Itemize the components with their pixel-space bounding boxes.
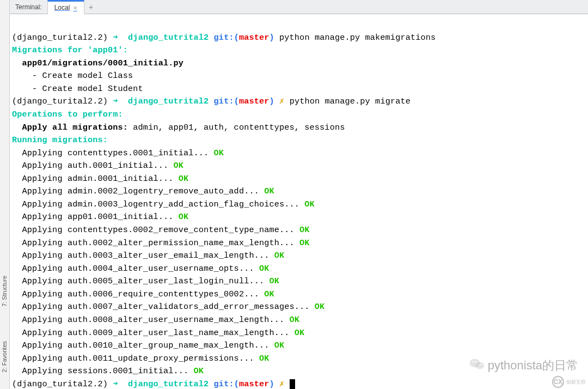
running-migrations-header: Running migrations: <box>12 135 108 145</box>
prompt-arrow-icon: ➜ <box>113 33 118 42</box>
venv-label: (django_turital2.2) <box>12 379 108 389</box>
svg-point-1 <box>475 362 484 369</box>
applying-line: Applying admin.0001_initial... <box>12 174 179 184</box>
side-toolbar: 7: Structure 2: Favorites <box>0 0 10 389</box>
applying-line: Applying auth.0008_alter_user_username_m… <box>12 315 290 325</box>
applying-line: Applying auth.0005_alter_user_last_login… <box>12 276 269 286</box>
favorites-tool-tab[interactable]: 2: Favorites <box>1 338 8 375</box>
ok-status: OK <box>264 186 274 196</box>
migration-action: - Create model Class <box>12 71 133 81</box>
operations-header: Operations to perform: <box>12 110 123 119</box>
applying-line: Applying auth.0003_alter_user_email_max_… <box>12 251 274 260</box>
terminal-tabbar-title: Terminal: <box>10 3 47 11</box>
prompt-lparen: ( <box>234 96 239 106</box>
prompt-rparen: ) <box>270 379 274 389</box>
prompt-dir: django_tutrital2 <box>128 379 209 389</box>
watermark-text: pythonista的日常 <box>488 357 578 374</box>
structure-tool-label: 7: Structure <box>1 276 8 307</box>
terminal-tabbar: Terminal: Local × + <box>10 0 588 14</box>
dirty-icon: ✗ <box>279 96 284 106</box>
ok-status: OK <box>214 148 224 158</box>
close-icon[interactable]: × <box>73 4 77 12</box>
migrations-header: Migrations for 'app01': <box>12 45 128 55</box>
favorites-tool-label: 2: Favorites <box>1 341 8 372</box>
ok-status: OK <box>259 264 270 273</box>
prompt-arrow-icon: ➜ <box>113 379 118 389</box>
svg-point-4 <box>478 364 479 366</box>
venv-label: (django_turital2.2) <box>12 96 108 106</box>
prompt-branch: master <box>239 379 270 389</box>
ok-status: OK <box>179 174 189 184</box>
ok-status: OK <box>304 199 315 209</box>
command-text: python manage.py migrate <box>290 96 411 106</box>
applying-line: Applying auth.0011_update_proxy_permissi… <box>12 354 259 363</box>
structure-tool-tab[interactable]: 7: Structure <box>1 272 8 310</box>
apply-all-rest: admin, app01, auth, contenttypes, sessio… <box>128 123 345 132</box>
terminal-tab-label: Local <box>54 4 70 11</box>
applying-line: Applying auth.0009_alter_user_last_name_… <box>12 328 295 338</box>
applying-line: Applying admin.0002_logentry_remove_auto… <box>12 186 264 196</box>
applying-line: Applying auth.0002_alter_permission_name… <box>12 238 299 248</box>
command-text: python manage.py makemigrations <box>279 33 436 42</box>
prompt-git: git: <box>214 379 234 389</box>
apply-all-label: Apply all migrations: <box>12 123 128 132</box>
ok-status: OK <box>194 366 204 376</box>
ok-status: OK <box>315 302 325 312</box>
ok-status: OK <box>299 238 310 248</box>
ok-status: OK <box>269 276 279 286</box>
applying-line: Applying auth.0007_alter_validators_add_… <box>12 302 315 312</box>
applying-line: Applying auth.0010_alter_group_name_max_… <box>12 341 274 350</box>
corner-logo-text: 创新互联 <box>566 379 586 386</box>
migration-file: app01/migrations/0001_initial.py <box>12 58 183 68</box>
prompt-branch: master <box>239 96 270 106</box>
applying-line: Applying sessions.0001_initial... <box>12 366 194 376</box>
terminal-cursor <box>290 379 295 389</box>
applying-line: Applying admin.0003_logentry_add_action_… <box>12 199 304 209</box>
prompt-rparen: ) <box>270 33 274 42</box>
svg-point-5 <box>480 364 481 366</box>
ok-status: OK <box>274 251 285 260</box>
applying-line: Applying contenttypes.0001_initial... <box>12 148 214 158</box>
prompt-lparen: ( <box>234 379 239 389</box>
dirty-icon: ✗ <box>279 379 284 389</box>
corner-logo: CX 创新互联 <box>552 376 586 388</box>
prompt-lparen: ( <box>234 33 239 42</box>
prompt-git: git: <box>214 33 234 42</box>
prompt-dir: django_tutrital2 <box>128 96 209 106</box>
terminal-tab-local[interactable]: Local × <box>47 0 84 14</box>
ok-status: OK <box>274 341 285 350</box>
add-tab-button[interactable]: + <box>84 3 97 11</box>
prompt-branch: master <box>239 33 270 42</box>
ok-status: OK <box>179 212 189 222</box>
applying-line: Applying auth.0006_require_contenttypes_… <box>12 289 264 299</box>
ok-status: OK <box>173 161 183 171</box>
ok-status: OK <box>290 315 300 325</box>
watermark: pythonista的日常 <box>469 357 578 374</box>
migration-action: - Create model Student <box>12 84 143 94</box>
terminal-output[interactable]: (django_turital2.2) ➜ django_tutrital2 g… <box>10 14 588 389</box>
prompt-git: git: <box>214 96 234 106</box>
svg-point-3 <box>475 361 476 362</box>
applying-line: Applying contenttypes.0002_remove_conten… <box>12 225 299 235</box>
ok-status: OK <box>299 225 310 235</box>
prompt-dir: django_tutrital2 <box>128 33 209 42</box>
prompt-arrow-icon: ➜ <box>113 96 118 106</box>
svg-point-2 <box>472 361 473 362</box>
ok-status: OK <box>295 328 305 338</box>
corner-mark-icon: CX <box>552 376 564 388</box>
applying-line: Applying auth.0001_initial... <box>12 161 173 171</box>
ok-status: OK <box>259 354 270 363</box>
prompt-rparen: ) <box>270 96 274 106</box>
ok-status: OK <box>264 289 274 299</box>
wechat-icon <box>469 357 485 374</box>
applying-line: Applying auth.0004_alter_user_username_o… <box>12 264 259 273</box>
applying-line: Applying app01.0001_initial... <box>12 212 179 222</box>
venv-label: (django_turital2.2) <box>12 33 108 42</box>
